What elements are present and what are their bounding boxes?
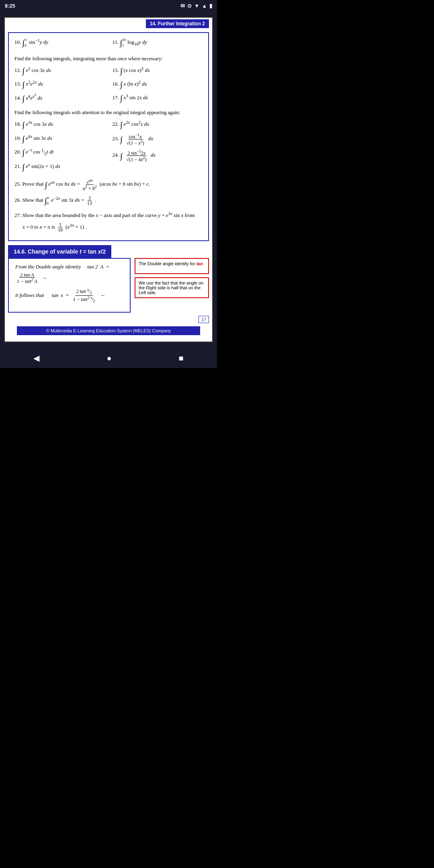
integral-26: 26. Show that ∫∞0 e−2x sin 3x dx = 313 . xyxy=(14,195,203,207)
annotation-box-2: We use the fact that the angle on the Ri… xyxy=(135,277,209,298)
integral-24: 24. ∫ 2 sin−12x√(1 − 4x2) dx xyxy=(112,149,203,162)
integrals-left-12-14: 12. ∫ x2 cos 3x dx 13. ∫ x2e2x dx 14. ∫ … xyxy=(14,65,105,107)
footer-bar: © Multimedia E-Learning Education System… xyxy=(17,326,200,335)
bottom-spacer xyxy=(5,338,212,342)
chapter-badge: 14. Further Integration 2 xyxy=(146,19,209,28)
annotation-area: From the Double angle identity tan 2A = … xyxy=(8,258,209,313)
formula-line-2: it follows that tan x = 2 tan x⁄2 1 − ta… xyxy=(15,288,123,303)
integral-20: 20. ∫ e−t cos 1⁄2t dt xyxy=(14,147,105,157)
main-screen: 14. Further Integration 2 10. ∫½0 sin−1y… xyxy=(0,11,217,348)
integral-12: 12. ∫ x2 cos 3x dx xyxy=(14,65,105,75)
integrals-row-12-17: 12. ∫ x2 cos 3x dx 13. ∫ x2e2x dx 14. ∫ … xyxy=(14,65,203,107)
integral-15: 15. ∫ (x cos x)2 dx xyxy=(112,65,203,75)
integrals-left-18-21: 18. ∫ e3x cos 3x dx 19. ∫ e4x sin 3x dx … xyxy=(14,119,105,175)
section-intro-attention: Find the following integrals with attent… xyxy=(14,110,203,116)
section-146: 14.6. Change of variable t = tan x/2 Fro… xyxy=(8,245,209,313)
status-icons: ✉ ⊙ ▼ ▲ ▮ xyxy=(180,3,212,9)
annotation-box-1: The Double angle identity for tan . xyxy=(135,258,209,274)
integral-14: 14. ∫ x4ex2 dx xyxy=(14,92,105,102)
section-intro-find: Find the following integrals, integratin… xyxy=(14,56,203,62)
integral-27: 27. Show that the area bounded by the x … xyxy=(14,210,203,232)
formula-line-1: From the Double angle identity tan 2A = … xyxy=(15,264,123,284)
page-number: 17 xyxy=(199,316,209,323)
email-icon: ✉ xyxy=(180,3,185,9)
time-display: 8:25 xyxy=(5,3,15,9)
battery-icon: ▮ xyxy=(209,3,212,9)
integral-11: 11. ∫101 log10y dy xyxy=(112,37,203,49)
integral-23: 23. ∫ cos−1x√(1 − x2) dx xyxy=(112,133,203,145)
integrals-right-15-17: 15. ∫ (x cos x)2 dx 16. ∫ x (ln x)2 dx 1… xyxy=(112,65,203,106)
section-146-title: 14.6. Change of variable t = tan x/2 xyxy=(8,245,111,258)
home-button[interactable] xyxy=(106,354,111,363)
integral-19: 19. ∫ e4x sin 3x dx xyxy=(14,133,105,143)
integrals-row-18-24: 18. ∫ e3x cos 3x dx 19. ∫ e4x sin 3x dx … xyxy=(14,119,203,175)
annotations-panel: The Double angle identity for tan . We u… xyxy=(135,258,209,313)
signal-icon: ▲ xyxy=(202,3,207,9)
wifi-icon: ▼ xyxy=(194,3,199,9)
record-icon: ⊙ xyxy=(187,3,192,9)
integral-18: 18. ∫ e3x cos 3x dx xyxy=(14,119,105,129)
integral-10: 10. ∫½0 sin−1y dy xyxy=(14,37,105,49)
status-bar: 8:25 ✉ ⊙ ▼ ▲ ▮ xyxy=(0,0,217,11)
integral-21: 21. ∫ ex sin(2x + 1) dx xyxy=(14,161,105,171)
recents-button[interactable] xyxy=(178,354,183,363)
page-container: 14. Further Integration 2 10. ∫½0 sin−1y… xyxy=(4,17,213,342)
content-box: 10. ∫½0 sin−1y dy 11. ∫101 log10y dy Fin… xyxy=(8,32,209,241)
formula-box: From the Double angle identity tan 2A = … xyxy=(8,258,131,313)
integral-25: 25. Prove that ∫ eax cos bx dx = eaxa2 +… xyxy=(14,178,203,191)
integrals-right-22-24: 22. ∫ e2x cos2x dx 23. ∫ cos−1x√(1 − x2)… xyxy=(112,119,203,166)
integrals-row-10-11: 10. ∫½0 sin−1y dy 11. ∫101 log10y dy xyxy=(14,37,203,53)
back-button[interactable] xyxy=(33,353,39,363)
nav-bar xyxy=(0,348,217,368)
chapter-header: 14. Further Integration 2 xyxy=(5,18,212,30)
page-number-row: 17 xyxy=(5,315,212,324)
integral-17: 17. ∫ x3 sin 2x dx xyxy=(112,92,203,102)
integral-13: 13. ∫ x2e2x dx xyxy=(14,79,105,88)
integral-16: 16. ∫ x (ln x)2 dx xyxy=(112,79,203,88)
integral-22: 22. ∫ e2x cos2x dx xyxy=(112,119,203,129)
annotation-tan-text: tan xyxy=(197,261,203,266)
